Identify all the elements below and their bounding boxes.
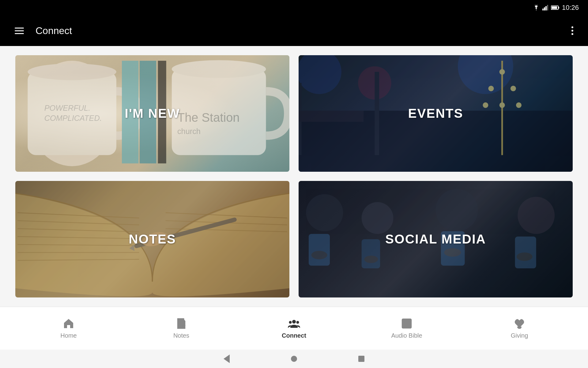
svg-point-65 [289, 321, 292, 324]
main-content: POWERFUL. COMPLICATED. The Station churc… [0, 46, 588, 307]
svg-rect-3 [547, 5, 548, 10]
home-button[interactable] [291, 356, 297, 362]
im-new-label: I'M NEW [15, 55, 289, 172]
system-nav [0, 350, 588, 368]
svg-rect-6 [558, 7, 559, 9]
nav-item-audio-bible[interactable]: Audio Bible [388, 317, 425, 339]
audio-bible-icon [401, 317, 413, 330]
im-new-card[interactable]: POWERFUL. COMPLICATED. The Station churc… [15, 55, 289, 172]
wifi-icon [533, 5, 540, 10]
hamburger-button[interactable] [12, 25, 26, 36]
home-icon [62, 317, 75, 330]
events-card[interactable]: I WILL BE CONTENT IN EVERY CIRCUMSTANCE … [299, 55, 573, 172]
nav-label-home: Home [60, 332, 77, 339]
connect-grid: POWERFUL. COMPLICATED. The Station churc… [15, 55, 573, 297]
svg-rect-5 [552, 6, 557, 9]
app-title: Connect [36, 25, 72, 36]
social-media-label: SOCIAL MEDIA [299, 181, 573, 297]
connect-icon [288, 317, 300, 330]
nav-label-giving: Giving [511, 332, 528, 339]
giving-icon [513, 317, 526, 330]
status-time: 10:26 [562, 4, 579, 12]
nav-label-notes: Notes [173, 332, 189, 339]
back-button[interactable] [224, 355, 230, 363]
battery-icon [551, 5, 560, 10]
nav-item-connect[interactable]: Connect [276, 317, 312, 339]
nav-label-audio-bible: Audio Bible [391, 332, 422, 339]
notes-label: NOTES [15, 181, 289, 297]
events-label: EVENTS [299, 55, 573, 172]
recents-button[interactable] [358, 356, 364, 362]
svg-rect-0 [542, 9, 544, 10]
svg-rect-1 [544, 7, 545, 10]
nav-item-giving[interactable]: Giving [501, 317, 538, 339]
social-media-card[interactable]: SOCIAL MEDIA [299, 181, 573, 297]
nav-item-notes[interactable]: Notes [163, 317, 200, 339]
nav-label-connect: Connect [282, 332, 306, 339]
notes-card[interactable]: NOTES [15, 181, 289, 297]
signal-icon [542, 5, 548, 10]
bottom-nav: Home Notes Connect [0, 307, 588, 350]
status-icons: 10:26 [533, 4, 579, 12]
svg-point-64 [292, 320, 296, 324]
nav-item-home[interactable]: Home [50, 317, 87, 339]
app-bar: Connect [0, 15, 588, 46]
svg-rect-2 [545, 6, 547, 10]
more-options-button[interactable] [569, 24, 576, 37]
notes-icon [175, 317, 187, 330]
svg-point-66 [296, 321, 299, 324]
status-bar: 10:26 [0, 0, 588, 15]
